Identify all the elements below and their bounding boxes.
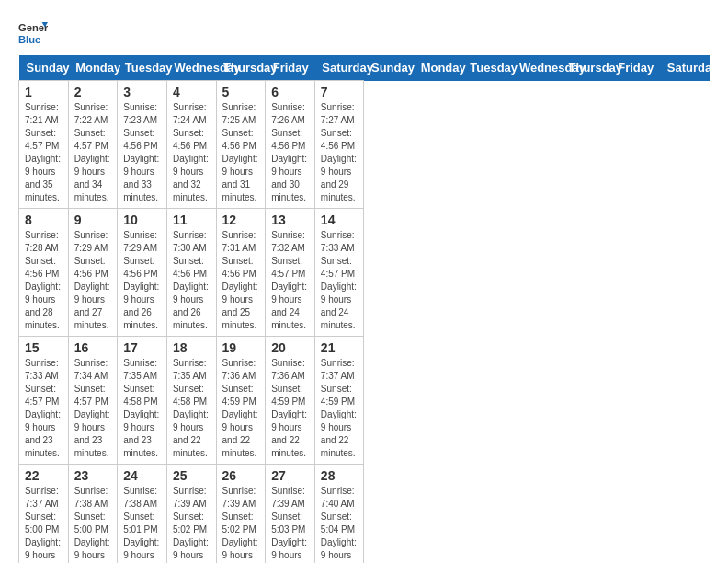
calendar-cell: 11 Sunrise: 7:30 AM Sunset: 4:56 PM Dayl… [166,209,216,337]
col-header-wednesday: Wednesday [512,55,562,81]
calendar-cell: 16 Sunrise: 7:34 AM Sunset: 4:57 PM Dayl… [68,337,118,465]
day-info: Sunrise: 7:34 AM Sunset: 4:57 PM Dayligh… [74,357,112,460]
day-number: 23 [74,468,112,483]
day-number: 10 [123,213,161,227]
day-info: Sunrise: 7:38 AM Sunset: 5:01 PM Dayligh… [123,485,161,563]
day-info: Sunrise: 7:31 AM Sunset: 4:56 PM Dayligh… [222,229,260,332]
day-info: Sunrise: 7:29 AM Sunset: 4:56 PM Dayligh… [74,229,112,332]
week-row-2: 8 Sunrise: 7:28 AM Sunset: 4:56 PM Dayli… [19,209,710,337]
day-number: 19 [222,340,260,355]
day-number: 9 [74,213,112,227]
week-row-1: 1 Sunrise: 7:21 AM Sunset: 4:57 PM Dayli… [19,81,710,209]
calendar-cell: 23 Sunrise: 7:38 AM Sunset: 5:00 PM Dayl… [68,465,118,564]
day-number: 27 [271,468,309,483]
day-number: 11 [173,213,210,227]
calendar-cell: 15 Sunrise: 7:33 AM Sunset: 4:57 PM Dayl… [19,337,69,465]
calendar-cell: 5 Sunrise: 7:25 AM Sunset: 4:56 PM Dayli… [216,81,266,209]
calendar-cell: 26 Sunrise: 7:39 AM Sunset: 5:02 PM Dayl… [216,465,266,564]
col-header-wednesday: Wednesday [166,55,216,81]
col-header-tuesday: Tuesday [462,55,512,81]
day-info: Sunrise: 7:25 AM Sunset: 4:56 PM Dayligh… [222,101,260,204]
day-info: Sunrise: 7:36 AM Sunset: 4:59 PM Dayligh… [271,357,309,460]
calendar-cell: 6 Sunrise: 7:26 AM Sunset: 4:56 PM Dayli… [266,81,315,209]
day-info: Sunrise: 7:37 AM Sunset: 4:59 PM Dayligh… [321,357,358,460]
calendar-cell: 8 Sunrise: 7:28 AM Sunset: 4:56 PM Dayli… [19,209,69,337]
col-header-saturday: Saturday [314,55,364,81]
day-info: Sunrise: 7:38 AM Sunset: 5:00 PM Dayligh… [74,485,112,563]
day-info: Sunrise: 7:28 AM Sunset: 4:56 PM Dayligh… [25,229,63,332]
calendar-cell: 1 Sunrise: 7:21 AM Sunset: 4:57 PM Dayli… [19,81,69,209]
col-header-saturday: Saturday [660,55,710,81]
calendar-cell: 28 Sunrise: 7:40 AM Sunset: 5:04 PM Dayl… [314,465,364,564]
day-number: 22 [25,468,63,483]
calendar-cell: 4 Sunrise: 7:24 AM Sunset: 4:56 PM Dayli… [166,81,216,209]
day-info: Sunrise: 7:37 AM Sunset: 5:00 PM Dayligh… [25,485,63,563]
col-header-sunday: Sunday [19,55,69,81]
day-number: 21 [321,340,358,355]
day-number: 14 [321,213,358,227]
day-number: 8 [25,213,63,227]
day-number: 26 [222,468,260,483]
day-info: Sunrise: 7:29 AM Sunset: 4:56 PM Dayligh… [123,229,161,332]
col-header-thursday: Thursday [562,55,611,81]
svg-text:Blue: Blue [18,34,40,45]
page-header: General Blue [18,18,710,48]
day-info: Sunrise: 7:36 AM Sunset: 4:59 PM Dayligh… [222,357,260,460]
day-number: 6 [271,85,309,99]
day-info: Sunrise: 7:40 AM Sunset: 5:04 PM Dayligh… [321,485,358,563]
logo-icon: General Blue [18,18,48,48]
col-header-sunday: Sunday [364,55,414,81]
calendar-cell: 12 Sunrise: 7:31 AM Sunset: 4:56 PM Dayl… [216,209,266,337]
calendar-cell: 21 Sunrise: 7:37 AM Sunset: 4:59 PM Dayl… [314,337,364,465]
calendar-cell: 25 Sunrise: 7:39 AM Sunset: 5:02 PM Dayl… [166,465,216,564]
day-info: Sunrise: 7:26 AM Sunset: 4:56 PM Dayligh… [271,101,309,204]
day-number: 18 [173,340,210,355]
calendar-cell: 20 Sunrise: 7:36 AM Sunset: 4:59 PM Dayl… [266,337,315,465]
calendar-cell: 2 Sunrise: 7:22 AM Sunset: 4:57 PM Dayli… [68,81,118,209]
week-row-3: 15 Sunrise: 7:33 AM Sunset: 4:57 PM Dayl… [19,337,710,465]
day-info: Sunrise: 7:32 AM Sunset: 4:57 PM Dayligh… [271,229,309,332]
col-header-friday: Friday [610,55,660,81]
col-header-friday: Friday [266,55,315,81]
day-info: Sunrise: 7:21 AM Sunset: 4:57 PM Dayligh… [25,101,63,204]
calendar-cell: 27 Sunrise: 7:39 AM Sunset: 5:03 PM Dayl… [266,465,315,564]
day-number: 12 [222,213,260,227]
calendar-cell: 9 Sunrise: 7:29 AM Sunset: 4:56 PM Dayli… [68,209,118,337]
day-number: 20 [271,340,309,355]
calendar-table: SundayMondayTuesdayWednesdayThursdayFrid… [18,55,710,563]
calendar-cell: 24 Sunrise: 7:38 AM Sunset: 5:01 PM Dayl… [118,465,167,564]
calendar-cell: 19 Sunrise: 7:36 AM Sunset: 4:59 PM Dayl… [216,337,266,465]
day-number: 24 [123,468,161,483]
day-info: Sunrise: 7:35 AM Sunset: 4:58 PM Dayligh… [123,357,161,460]
day-number: 28 [321,468,358,483]
day-info: Sunrise: 7:39 AM Sunset: 5:03 PM Dayligh… [271,485,309,563]
col-header-monday: Monday [414,55,463,81]
day-info: Sunrise: 7:39 AM Sunset: 5:02 PM Dayligh… [173,485,210,563]
calendar-cell: 13 Sunrise: 7:32 AM Sunset: 4:57 PM Dayl… [266,209,315,337]
day-info: Sunrise: 7:27 AM Sunset: 4:56 PM Dayligh… [321,101,358,204]
logo: General Blue [18,18,48,48]
calendar-cell: 14 Sunrise: 7:33 AM Sunset: 4:57 PM Dayl… [314,209,364,337]
day-number: 17 [123,340,161,355]
day-info: Sunrise: 7:24 AM Sunset: 4:56 PM Dayligh… [173,101,210,204]
day-info: Sunrise: 7:22 AM Sunset: 4:57 PM Dayligh… [74,101,112,204]
day-number: 7 [321,85,358,99]
day-info: Sunrise: 7:23 AM Sunset: 4:56 PM Dayligh… [123,101,161,204]
col-header-thursday: Thursday [216,55,266,81]
col-header-tuesday: Tuesday [118,55,167,81]
day-number: 4 [173,85,210,99]
day-number: 5 [222,85,260,99]
day-info: Sunrise: 7:30 AM Sunset: 4:56 PM Dayligh… [173,229,210,332]
day-info: Sunrise: 7:33 AM Sunset: 4:57 PM Dayligh… [321,229,358,332]
day-info: Sunrise: 7:33 AM Sunset: 4:57 PM Dayligh… [25,357,63,460]
day-number: 15 [25,340,63,355]
header-row: SundayMondayTuesdayWednesdayThursdayFrid… [19,55,710,81]
calendar-cell: 17 Sunrise: 7:35 AM Sunset: 4:58 PM Dayl… [118,337,167,465]
calendar-cell: 7 Sunrise: 7:27 AM Sunset: 4:56 PM Dayli… [314,81,364,209]
day-number: 2 [74,85,112,99]
day-number: 13 [271,213,309,227]
day-info: Sunrise: 7:35 AM Sunset: 4:58 PM Dayligh… [173,357,210,460]
calendar-cell: 18 Sunrise: 7:35 AM Sunset: 4:58 PM Dayl… [166,337,216,465]
day-info: Sunrise: 7:39 AM Sunset: 5:02 PM Dayligh… [222,485,260,563]
col-header-monday: Monday [68,55,118,81]
